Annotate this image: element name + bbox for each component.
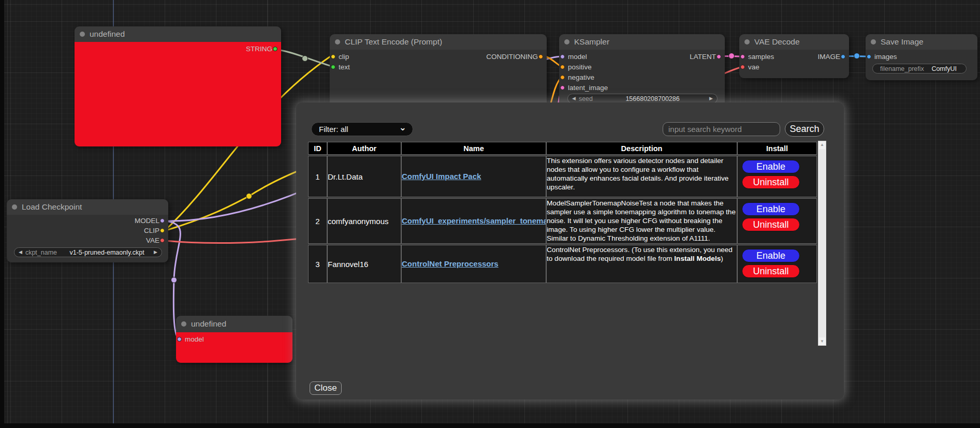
node-undefined-top[interactable]: undefined STRING bbox=[75, 26, 281, 146]
input-slot-latent-image[interactable] bbox=[560, 85, 565, 90]
output-slot-model[interactable] bbox=[160, 218, 165, 223]
increase-arrow-icon[interactable]: ▶ bbox=[154, 250, 157, 255]
extension-link[interactable]: ComfyUI Impact Pack bbox=[402, 172, 481, 181]
reroute-dot[interactable] bbox=[302, 56, 308, 62]
extension-row: 3Fannovel16ControlNet PreprocessorsContr… bbox=[308, 245, 817, 283]
node-title-bar[interactable]: undefined bbox=[176, 316, 292, 332]
cell-install: EnableUninstall bbox=[737, 245, 817, 283]
input-slot-model[interactable] bbox=[177, 337, 182, 342]
ckpt-name-widget[interactable]: ◀ ckpt_name v1-5-pruned-emaonly.ckpt ▶ bbox=[14, 247, 162, 257]
reroute-dot[interactable] bbox=[246, 194, 252, 199]
ckpt-name-value: v1-5-pruned-emaonly.ckpt bbox=[60, 249, 154, 256]
node-status-dot-icon bbox=[80, 32, 85, 37]
node-load-checkpoint[interactable]: Load Checkpoint MODEL CLIP VAE ◀ ckpt_na… bbox=[7, 199, 168, 262]
filter-select[interactable]: Filter: all ⌄ bbox=[311, 122, 413, 136]
decrease-arrow-icon[interactable]: ◀ bbox=[572, 96, 576, 101]
cell-id: 3 bbox=[308, 245, 327, 283]
cell-name: ComfyUI_experiments/sampler_tonemap bbox=[401, 198, 546, 244]
input-slot-negative[interactable] bbox=[560, 75, 565, 80]
cell-id: 2 bbox=[308, 198, 327, 244]
increase-arrow-icon[interactable]: ▶ bbox=[709, 96, 713, 101]
node-status-dot-icon bbox=[871, 39, 876, 45]
decrease-arrow-icon[interactable]: ◀ bbox=[19, 250, 22, 255]
input-slot-positive[interactable] bbox=[560, 65, 565, 69]
extension-link[interactable]: ComfyUI_experiments/sampler_tonemap bbox=[402, 216, 546, 225]
filename-prefix-value: ComfyUI bbox=[927, 65, 962, 72]
enable-button[interactable]: Enable bbox=[742, 160, 800, 173]
output-slot-conditioning[interactable] bbox=[538, 54, 543, 59]
input-slot-images[interactable] bbox=[867, 54, 871, 59]
extension-row: 1Dr.Lt.DataComfyUI Impact PackThis exten… bbox=[308, 156, 817, 197]
uninstall-button[interactable]: Uninstall bbox=[742, 264, 800, 278]
search-input[interactable] bbox=[663, 122, 780, 136]
output-label: CONDITIONING bbox=[486, 53, 538, 61]
scroll-up-icon[interactable]: ▲ bbox=[818, 141, 826, 149]
scrollbar-thumb[interactable] bbox=[819, 149, 825, 337]
filter-select-label: Filter: all bbox=[319, 125, 348, 134]
cell-author: Dr.Lt.Data bbox=[327, 156, 401, 197]
output-label: VAE bbox=[146, 237, 159, 244]
output-slot-vae[interactable] bbox=[160, 238, 165, 243]
cell-install: EnableUninstall bbox=[737, 198, 817, 244]
extension-table: IDAuthorNameDescriptionInstall 1Dr.Lt.Da… bbox=[308, 141, 817, 284]
output-label: MODEL bbox=[135, 217, 159, 225]
node-title: Save Image bbox=[881, 37, 924, 47]
node-title: VAE Decode bbox=[754, 37, 800, 47]
cell-name: ComfyUI Impact Pack bbox=[401, 156, 546, 197]
cell-author: comfyanonymous bbox=[327, 198, 401, 244]
output-slot-image[interactable] bbox=[841, 54, 845, 59]
canvas-left-edge bbox=[0, 0, 4, 428]
enable-button[interactable]: Enable bbox=[742, 202, 800, 216]
table-scrollbar[interactable]: ▲ ▼ bbox=[818, 141, 826, 346]
output-slot-clip[interactable] bbox=[160, 228, 165, 233]
node-clip-text-encode[interactable]: CLIP Text Encode (Prompt) clip CONDITION… bbox=[330, 34, 547, 109]
node-ksampler[interactable]: KSampler model LATENT positive negative … bbox=[559, 34, 725, 108]
extension-row: 2comfyanonymousComfyUI_experiments/sampl… bbox=[308, 198, 817, 244]
node-save-image[interactable]: Save Image images filename_prefix ComfyU… bbox=[866, 34, 977, 80]
close-button[interactable]: Close bbox=[310, 381, 342, 395]
node-title: CLIP Text Encode (Prompt) bbox=[345, 37, 442, 47]
cell-id: 1 bbox=[308, 156, 327, 197]
node-status-dot-icon bbox=[564, 39, 569, 45]
column-header: Name bbox=[401, 142, 546, 155]
input-slot-model[interactable] bbox=[560, 54, 565, 59]
node-title: undefined bbox=[90, 29, 125, 39]
output-label: LATENT bbox=[690, 53, 716, 61]
column-header: Description bbox=[546, 142, 737, 155]
node-body: clip CONDITIONING text bbox=[330, 50, 547, 109]
node-title-bar[interactable]: Load Checkpoint bbox=[7, 199, 168, 215]
reroute-dot[interactable] bbox=[171, 277, 177, 283]
extension-link[interactable]: ControlNet Preprocessors bbox=[402, 259, 499, 268]
uninstall-button[interactable]: Uninstall bbox=[742, 175, 800, 189]
node-title-bar[interactable]: undefined bbox=[75, 26, 281, 42]
uninstall-button[interactable]: Uninstall bbox=[742, 218, 800, 231]
manager-dialog: Filter: all ⌄ Search IDAuthorNameDescrip… bbox=[296, 102, 844, 400]
output-slot-string[interactable] bbox=[273, 47, 277, 51]
input-slot-samples[interactable] bbox=[740, 54, 745, 59]
scroll-down-icon[interactable]: ▼ bbox=[818, 338, 826, 345]
input-slot-vae[interactable] bbox=[740, 65, 745, 69]
node-title-bar[interactable]: Save Image bbox=[866, 34, 977, 50]
input-slot-text[interactable] bbox=[331, 65, 335, 69]
output-slot-latent[interactable] bbox=[716, 54, 721, 59]
output-label: IMAGE bbox=[817, 53, 840, 61]
enable-button[interactable]: Enable bbox=[742, 249, 800, 262]
node-undefined-bottom[interactable]: undefined model bbox=[176, 316, 292, 363]
extension-table-header-row: IDAuthorNameDescriptionInstall bbox=[308, 142, 817, 155]
node-title-bar[interactable]: VAE Decode bbox=[739, 34, 849, 50]
node-status-dot-icon bbox=[181, 321, 186, 327]
input-slot-clip[interactable] bbox=[331, 54, 335, 59]
node-body: model bbox=[176, 332, 292, 363]
node-status-dot-icon bbox=[335, 39, 340, 45]
node-title-bar[interactable]: KSampler bbox=[559, 34, 725, 50]
node-title: undefined bbox=[191, 319, 226, 329]
reroute-dot[interactable] bbox=[729, 53, 735, 59]
node-title-bar[interactable]: CLIP Text Encode (Prompt) bbox=[330, 34, 547, 50]
reroute-dot[interactable] bbox=[854, 53, 860, 59]
extension-table-body: 1Dr.Lt.DataComfyUI Impact PackThis exten… bbox=[308, 156, 817, 283]
cell-description: This extension offers various detector n… bbox=[546, 156, 737, 197]
column-header: ID bbox=[308, 142, 327, 155]
filename-prefix-widget[interactable]: filename_prefix ComfyUI bbox=[872, 64, 967, 73]
node-vae-decode[interactable]: VAE Decode samples IMAGE vae bbox=[739, 34, 849, 78]
search-button[interactable]: Search bbox=[785, 121, 824, 137]
